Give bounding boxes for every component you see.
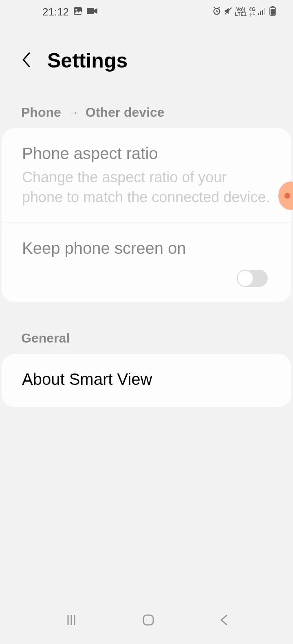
video-icon (87, 7, 97, 17)
alarm-icon (212, 7, 221, 17)
back-icon[interactable] (20, 51, 33, 70)
settings-card-1: Phone aspect ratio Change the aspect rat… (2, 128, 291, 302)
svg-rect-6 (260, 11, 261, 15)
svg-rect-5 (258, 13, 259, 15)
gallery-icon (73, 6, 83, 17)
recents-button[interactable] (64, 613, 79, 629)
volte-indicator: Vo)) LTE1 (235, 7, 247, 17)
setting-keep-screen-title: Keep phone screen on (22, 239, 271, 258)
home-button[interactable] (141, 613, 156, 629)
setting-phone-aspect-ratio[interactable]: Phone aspect ratio Change the aspect rat… (2, 128, 291, 223)
svg-rect-11 (271, 9, 275, 15)
svg-point-1 (75, 9, 77, 11)
network-indicator: 4G (249, 7, 256, 17)
nav-back-button[interactable] (218, 613, 229, 629)
toggle-knob (237, 270, 253, 286)
status-bar: 21:12 Vo)) LTE1 4G (0, 0, 293, 20)
svg-rect-15 (143, 615, 153, 625)
setting-aspect-ratio-title: Phone aspect ratio (22, 144, 271, 163)
svg-rect-2 (87, 8, 94, 14)
navigation-bar (0, 607, 293, 644)
record-dot-icon (284, 193, 290, 199)
battery-icon (269, 6, 276, 17)
keep-screen-toggle[interactable] (237, 270, 268, 287)
setting-about-smart-view[interactable]: About Smart View (2, 354, 291, 407)
status-time: 21:12 (42, 6, 69, 18)
setting-about-title: About Smart View (22, 370, 271, 389)
status-right: Vo)) LTE1 4G (212, 6, 276, 17)
section-general: General (0, 302, 293, 354)
setting-aspect-ratio-desc: Change the aspect ratio of your phone to… (22, 168, 271, 207)
mute-icon (224, 7, 233, 17)
setting-keep-screen-on[interactable]: Keep phone screen on (2, 223, 291, 302)
section-phone-other-device: Phone → Other device (0, 85, 293, 128)
page-header: Settings (0, 20, 293, 85)
section-label-general: General (21, 331, 70, 346)
svg-rect-8 (264, 8, 265, 15)
settings-card-2: About Smart View (2, 354, 291, 407)
section-label-phone: Phone (21, 105, 61, 120)
page-title: Settings (47, 49, 128, 72)
status-left: 21:12 (42, 6, 97, 18)
arrow-right-icon: → (68, 106, 79, 119)
svg-rect-7 (262, 10, 263, 15)
signal-icon (258, 7, 267, 17)
section-label-other-device: Other device (86, 105, 165, 120)
